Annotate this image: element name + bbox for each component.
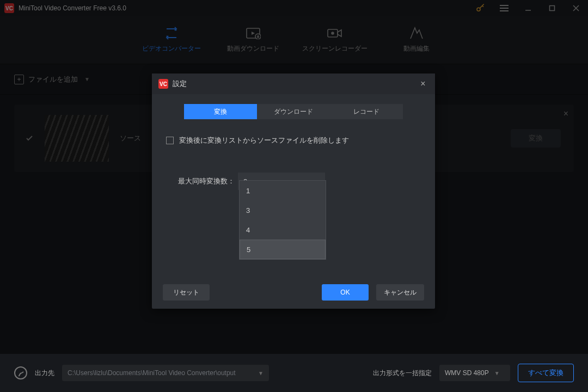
output-format-value: WMV SD 480P: [445, 369, 489, 377]
tab-record[interactable]: レコード: [330, 104, 403, 119]
reset-button[interactable]: リセット: [163, 284, 210, 301]
modal-header: VC 設定 ×: [152, 74, 435, 94]
modal-footer: リセット OK キャンセル: [152, 276, 435, 309]
delete-source-label: 変換後に変換リストからソースファイルを削除します: [179, 136, 349, 145]
dropdown-option-1[interactable]: 1: [240, 181, 326, 200]
checkbox-icon: [166, 137, 174, 144]
output-path-select[interactable]: C:\Users\lizlu\Documents\MiniTool Video …: [62, 365, 269, 381]
delete-source-option[interactable]: 変換後に変換リストからソースファイルを削除します: [166, 136, 421, 145]
output-format-select[interactable]: WMV SD 480P ▼: [439, 365, 510, 381]
max-concurrent-dropdown: 1 3 4 5: [239, 180, 326, 260]
output-format-label: 出力形式を一括指定: [373, 369, 432, 378]
bottom-bar: 出力先 C:\Users\lizlu\Documents\MiniTool Vi…: [0, 354, 588, 392]
modal-app-icon: VC: [158, 79, 168, 89]
dropdown-option-3[interactable]: 3: [240, 200, 326, 220]
dropdown-option-5[interactable]: 5: [240, 240, 326, 259]
max-concurrent-label: 最大同時変換数：: [178, 176, 235, 186]
modal-body: 変換後に変換リストからソースファイルを削除します 最大同時変換数： 2 ▼ 1 …: [152, 119, 435, 276]
output-path-value: C:\Users\lizlu\Documents\MiniTool Video …: [68, 369, 236, 377]
convert-all-button[interactable]: すべて変換: [518, 364, 574, 382]
settings-modal: VC 設定 × 変換 ダウンロード レコード 変換後に変換リストからソースファイ…: [152, 74, 435, 309]
modal-close-icon[interactable]: ×: [418, 79, 428, 89]
clock-icon[interactable]: [14, 366, 27, 379]
modal-title: 設定: [173, 79, 418, 89]
tab-download[interactable]: ダウンロード: [257, 104, 330, 119]
chevron-down-icon: ▼: [494, 370, 500, 376]
ok-button[interactable]: OK: [322, 284, 369, 301]
dropdown-option-4[interactable]: 4: [240, 220, 326, 240]
modal-tabs: 変換 ダウンロード レコード: [152, 104, 435, 119]
tab-convert[interactable]: 変換: [184, 104, 257, 119]
output-dest-label: 出力先: [35, 369, 54, 378]
cancel-button[interactable]: キャンセル: [376, 284, 424, 301]
chevron-down-icon: ▼: [258, 370, 264, 376]
